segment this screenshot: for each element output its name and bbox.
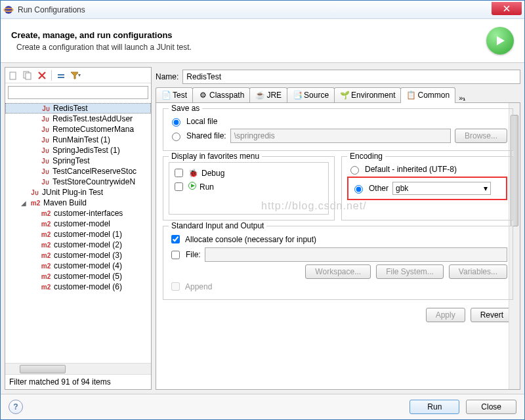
favorites-title: Display in favorites menu	[169, 152, 262, 161]
shared-file-input	[230, 129, 451, 143]
m2-icon: m2	[41, 210, 51, 217]
io-title: Standard Input and Output	[169, 221, 266, 230]
tree-item[interactable]: m2customer-model (5)	[5, 271, 151, 282]
tab-environment[interactable]: 🌱Environment	[334, 87, 401, 102]
tab-common: http://blog.csdn.net/ Save as Local file…	[156, 103, 520, 390]
more-tabs-icon[interactable]: »₁	[459, 94, 465, 102]
encoding-default-label: Default - inherited (UTF-8)	[365, 165, 457, 174]
header-subtitle: Create a configuration that will launch …	[16, 43, 486, 52]
tree-item[interactable]: m2customer-interfaces	[5, 208, 151, 219]
duplicate-config-icon[interactable]	[22, 70, 33, 81]
tree-item[interactable]: m2customer-model (2)	[5, 240, 151, 250]
svg-rect-6	[58, 77, 64, 78]
encoding-other-radio[interactable]	[354, 185, 363, 194]
tab-test[interactable]: 📄Test	[156, 87, 193, 102]
tab-common[interactable]: 📋Common	[400, 87, 455, 103]
run-icon	[188, 182, 196, 192]
tab-icon: ⚙	[198, 91, 207, 100]
shared-file-radio[interactable]	[172, 133, 180, 141]
tree-item[interactable]: m2customer-model	[5, 219, 151, 229]
tab-icon: 📄	[161, 91, 171, 100]
tab-icon: 📋	[406, 91, 415, 100]
horizontal-scrollbar[interactable]	[5, 363, 151, 374]
ju-icon: Jᴜ	[41, 126, 50, 133]
local-file-label: Local file	[186, 117, 217, 126]
titlebar[interactable]: Run Configurations	[1, 1, 524, 19]
encoding-other-label: Other	[369, 184, 388, 193]
close-icon[interactable]	[492, 2, 522, 15]
titlebar-text: Run Configurations	[18, 5, 492, 14]
tree-item[interactable]: JᴜRunMainTest (1)	[5, 135, 151, 145]
tab-classpath[interactable]: ⚙Classpath	[192, 87, 250, 102]
allocate-console-checkbox[interactable]	[171, 235, 180, 243]
local-file-radio[interactable]	[172, 118, 180, 127]
ju-icon: Jᴜ	[41, 168, 50, 175]
file-input	[205, 247, 507, 262]
debug-checkbox[interactable]	[175, 169, 183, 177]
config-toolbar: ▾	[5, 68, 151, 83]
tree-item[interactable]: JᴜRedisTest	[5, 103, 151, 114]
tree-item[interactable]: JᴜRemoteCustomerMana	[5, 124, 151, 135]
m2-icon: m2	[41, 262, 51, 270]
file-checkbox[interactable]	[171, 251, 180, 259]
tree-item[interactable]: m2customer-model (6)	[5, 282, 151, 292]
new-config-icon[interactable]	[8, 70, 18, 81]
name-input[interactable]	[182, 70, 520, 84]
right-panel: Name: 📄Test⚙Classpath☕JRE📑Source🌱Environ…	[156, 67, 520, 390]
run-big-icon	[486, 27, 514, 54]
tree-item[interactable]: m2customer-model (4)	[5, 261, 151, 271]
ju-icon: Jᴜ	[41, 136, 50, 144]
m2-icon: m2	[41, 252, 51, 259]
ju-icon: Jᴜ	[41, 178, 50, 186]
m2-icon: m2	[41, 220, 51, 228]
ju-icon: Jᴜ	[30, 189, 39, 196]
chevron-down-icon: ▾	[484, 184, 488, 193]
apply-button: Apply	[426, 308, 465, 322]
m2-icon: m2	[41, 242, 51, 249]
tree-item[interactable]: JᴜSpringJedisTest (1)	[5, 145, 151, 156]
workspace-button: Workspace...	[305, 264, 371, 279]
m2-icon: m2	[41, 273, 51, 280]
name-label: Name:	[156, 72, 178, 81]
shared-file-label: Shared file:	[186, 131, 226, 140]
tree-item[interactable]: JᴜJUnit Plug-in Test	[5, 187, 151, 198]
eclipse-icon	[3, 5, 14, 15]
tree-item[interactable]: ◢m2Maven Build	[5, 198, 151, 208]
variables-button: Variables...	[449, 264, 507, 279]
help-icon[interactable]: ?	[9, 400, 23, 414]
run-checkbox[interactable]	[175, 182, 183, 191]
tab-icon: ☕	[255, 91, 264, 100]
m2-icon: m2	[41, 284, 51, 291]
revert-button[interactable]: Revert	[471, 308, 513, 322]
ju-icon: Jᴜ	[41, 105, 51, 112]
ju-icon: Jᴜ	[41, 147, 50, 154]
collapse-icon[interactable]	[56, 70, 66, 81]
io-group: Standard Input and Output Allocate conso…	[163, 226, 513, 300]
delete-config-icon[interactable]	[37, 70, 47, 81]
svg-rect-5	[58, 74, 64, 75]
tab-icon: 📑	[293, 91, 302, 100]
config-tree[interactable]: JᴜRedisTestJᴜRedisTest.testAddUserJᴜRemo…	[5, 102, 151, 363]
encoding-combo[interactable]: gbk ▾	[392, 182, 491, 195]
tree-item[interactable]: JᴜTestCancelReserveStoc	[5, 166, 151, 177]
filter-icon[interactable]: ▾	[70, 70, 81, 81]
left-panel: ▾ JᴜRedisTestJᴜRedisTest.testAddUserJᴜRe…	[5, 67, 152, 390]
encoding-default-radio[interactable]	[350, 166, 359, 175]
tree-item[interactable]: JᴜTestStoreCountrywideN	[5, 177, 151, 187]
tree-item[interactable]: m2customer-model (1)	[5, 229, 151, 240]
tab-bar: 📄Test⚙Classpath☕JRE📑Source🌱Environment📋C…	[156, 87, 520, 103]
ju-icon: Jᴜ	[41, 116, 50, 123]
tree-item[interactable]: JᴜSpringTest	[5, 156, 151, 166]
footer: ? Run Close	[1, 394, 524, 419]
tree-item[interactable]: m2customer-model (3)	[5, 250, 151, 261]
browse-button: Browse...	[455, 129, 507, 143]
run-button[interactable]: Run	[410, 400, 459, 414]
tab-source[interactable]: 📑Source	[287, 87, 335, 102]
tree-item[interactable]: JᴜRedisTest.testAddUser	[5, 114, 151, 124]
filter-input[interactable]	[8, 86, 148, 99]
m2-icon: m2	[41, 231, 51, 238]
svg-rect-2	[10, 72, 16, 79]
close-button[interactable]: Close	[466, 400, 516, 414]
tab-jre[interactable]: ☕JRE	[249, 87, 287, 102]
favorites-list[interactable]: 🐞Debug Run	[169, 162, 329, 215]
